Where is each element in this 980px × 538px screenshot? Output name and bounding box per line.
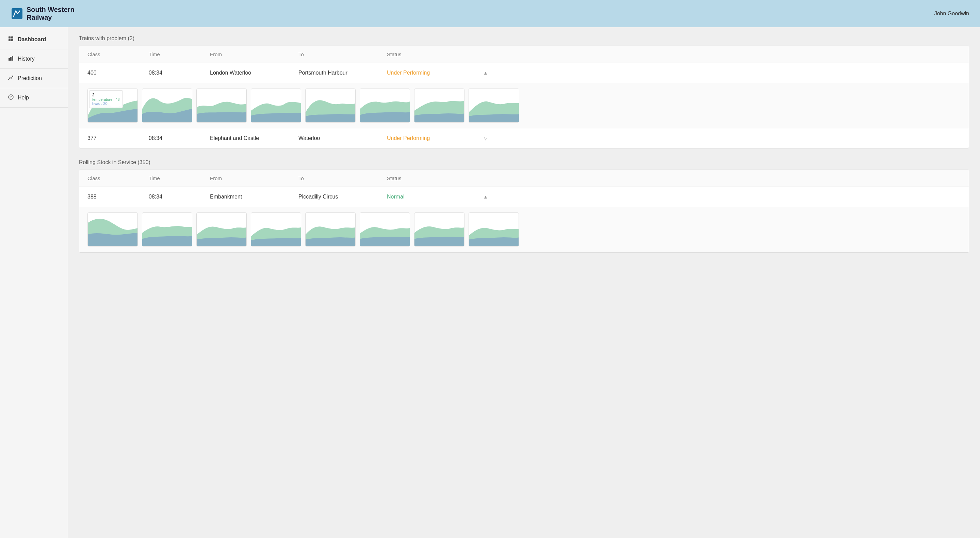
service-chart-6[interactable] [360, 212, 410, 246]
chart-card-1[interactable]: 2 temperature : 48 hvac : 20 [88, 89, 138, 123]
service-chart-svg-5 [305, 213, 355, 246]
chart-svg-4 [251, 89, 301, 122]
service-row1-to: Piccadilly Circus [298, 194, 387, 200]
service-row1-class: 388 [88, 194, 149, 200]
svg-rect-3 [8, 39, 11, 41]
service-charts-container [88, 212, 961, 246]
grid-icon [8, 36, 14, 43]
sidebar-dashboard-label: Dashboard [18, 37, 46, 43]
logo-text: South Western Railway [27, 6, 75, 21]
service-chart-4[interactable] [251, 212, 301, 246]
svg-rect-1 [8, 37, 11, 38]
row2-class: 377 [88, 135, 149, 141]
service-chart-svg-2 [142, 213, 192, 246]
chart-svg-3 [197, 89, 247, 122]
chart-card-8[interactable] [469, 89, 519, 123]
row1-to: Portsmouth Harbour [298, 70, 387, 76]
svg-rect-5 [8, 58, 10, 61]
svg-rect-6 [10, 57, 11, 61]
service-chart-svg-1 [88, 213, 137, 246]
service-chart-8[interactable] [469, 212, 519, 246]
app-header: South Western Railway John Goodwin [0, 0, 980, 27]
chart-svg-2 [142, 89, 192, 122]
chart-svg-6 [360, 89, 410, 122]
col-from-1: From [210, 51, 298, 57]
chart-svg-7 [414, 89, 464, 122]
question-icon: ? [8, 94, 14, 101]
row2-to: Waterloo [298, 135, 387, 141]
service-row1-time: 08:34 [149, 194, 210, 200]
col-to-1: To [298, 51, 387, 57]
row1-class: 400 [88, 70, 149, 76]
table-row[interactable]: 388 08:34 Embankment Piccadilly Circus N… [79, 187, 969, 207]
chart-card-6[interactable] [360, 89, 410, 123]
svg-rect-4 [11, 39, 13, 41]
charts-container-1: 2 temperature : 48 hvac : 20 [88, 89, 961, 123]
trend-icon [8, 75, 14, 82]
row1-status: Under Performing [387, 70, 476, 76]
row2-status: Under Performing [387, 135, 476, 141]
chart-svg-5 [305, 89, 355, 122]
chart-card-7[interactable] [414, 89, 465, 123]
chart-svg-1 [88, 89, 137, 122]
problems-table: Class Time From To Status 400 08:34 Lond… [79, 46, 969, 148]
svg-text:?: ? [10, 95, 12, 99]
service-chart-5[interactable] [305, 212, 356, 246]
user-name: John Goodwin [934, 11, 969, 17]
svg-rect-2 [11, 37, 13, 38]
main-content: Trains with problem (2) Class Time From … [68, 27, 980, 538]
service-row1-from: Embankment [210, 194, 298, 200]
service-chart-2[interactable] [142, 212, 192, 246]
row1-from: London Waterloo [210, 70, 298, 76]
service-chart-1[interactable] [88, 212, 138, 246]
service-chart-svg-7 [414, 213, 464, 246]
service-chart-svg-6 [360, 213, 410, 246]
chart-svg-8 [469, 89, 519, 122]
sidebar-item-dashboard[interactable]: Dashboard [0, 30, 68, 49]
service-table-header: Class Time From To Status [79, 170, 969, 187]
col-time-2: Time [149, 176, 210, 181]
row2-expand-icon[interactable]: ▽ [476, 136, 496, 141]
col-expand-1 [476, 51, 496, 57]
problems-table-header: Class Time From To Status [79, 46, 969, 63]
col-status-2: Status [387, 176, 476, 181]
service-section-title: Rolling Stock in Service (350) [79, 160, 969, 166]
service-table: Class Time From To Status 388 08:34 Emba… [79, 169, 969, 253]
sidebar-item-help[interactable]: ? Help [0, 88, 68, 108]
service-chart-svg-8 [469, 213, 519, 246]
sidebar-item-prediction[interactable]: Prediction [0, 69, 68, 88]
table-row[interactable]: 400 08:34 London Waterloo Portsmouth Har… [79, 63, 969, 83]
service-row1-expand-icon[interactable]: ▲ [476, 194, 496, 200]
service-chart-svg-3 [197, 213, 247, 246]
col-to-2: To [298, 176, 387, 181]
bar-chart-icon [8, 56, 14, 62]
sidebar-help-label: Help [18, 95, 29, 101]
chart-card-5[interactable] [305, 89, 356, 123]
col-time-1: Time [149, 51, 210, 57]
chart-card-2[interactable] [142, 89, 192, 123]
row2-time: 08:34 [149, 135, 210, 141]
row1-expand-icon[interactable]: ▲ [476, 70, 496, 76]
col-expand-2 [476, 176, 496, 181]
service-row1-status: Normal [387, 194, 476, 200]
sidebar: Dashboard History Prediction [0, 27, 68, 538]
sidebar-item-history[interactable]: History [0, 49, 68, 69]
col-class-2: Class [88, 176, 149, 181]
service-chart-3[interactable] [196, 212, 247, 246]
col-status-1: Status [387, 51, 476, 57]
service-chart-svg-4 [251, 213, 301, 246]
logo-area: South Western Railway [11, 6, 75, 21]
expanded-charts-service1 [79, 207, 969, 252]
expanded-charts-row1: 2 temperature : 48 hvac : 20 [79, 83, 969, 128]
row1-time: 08:34 [149, 70, 210, 76]
svg-rect-0 [11, 8, 22, 19]
chart-card-4[interactable] [251, 89, 301, 123]
sidebar-history-label: History [18, 56, 35, 62]
col-from-2: From [210, 176, 298, 181]
service-chart-7[interactable] [414, 212, 465, 246]
col-class-1: Class [88, 51, 149, 57]
sidebar-prediction-label: Prediction [18, 75, 42, 81]
chart-card-3[interactable] [196, 89, 247, 123]
railway-logo-icon [11, 8, 23, 20]
table-row[interactable]: 377 08:34 Elephant and Castle Waterloo U… [79, 128, 969, 148]
